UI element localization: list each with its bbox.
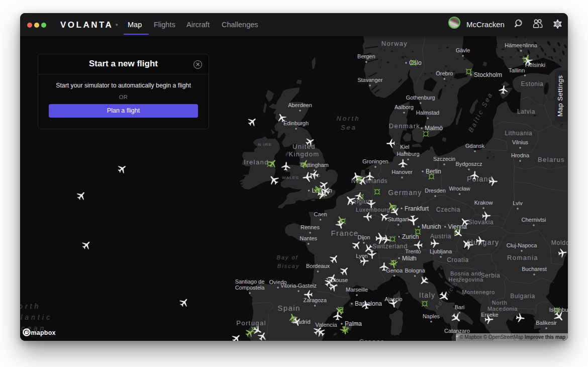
svg-text:Kiel: Kiel bbox=[400, 144, 409, 150]
svg-text:Herzegovina: Herzegovina bbox=[448, 277, 483, 283]
svg-text:Munich: Munich bbox=[422, 223, 441, 230]
svg-text:Malmö: Malmö bbox=[425, 125, 443, 132]
svg-text:Hanover: Hanover bbox=[391, 169, 413, 175]
svg-text:Hrodna: Hrodna bbox=[511, 152, 530, 158]
svg-text:Compostela: Compostela bbox=[235, 285, 265, 291]
svg-text:Erseke: Erseke bbox=[481, 312, 498, 318]
svg-text:Bydgoszcz: Bydgoszcz bbox=[455, 161, 482, 167]
svg-text:Balikesir: Balikesir bbox=[536, 320, 557, 326]
svg-text:Gävle: Gävle bbox=[456, 47, 470, 53]
svg-text:Spain: Spain bbox=[277, 304, 300, 312]
svg-text:Ljubljana: Ljubljana bbox=[430, 248, 452, 254]
svg-text:Romania: Romania bbox=[507, 254, 538, 261]
svg-text:Wrocław: Wrocław bbox=[449, 186, 470, 192]
svg-text:Stockholm: Stockholm bbox=[474, 71, 502, 78]
svg-text:Norway: Norway bbox=[381, 40, 408, 47]
svg-text:Santiago de: Santiago de bbox=[235, 279, 265, 285]
svg-text:Tallinn: Tallinn bbox=[509, 67, 525, 73]
svg-text:Aalborg: Aalborg bbox=[395, 104, 414, 110]
svg-text:Dijon: Dijon bbox=[357, 234, 370, 240]
svg-text:Estonia: Estonia bbox=[521, 80, 544, 87]
svg-text:Sea: Sea bbox=[341, 124, 357, 131]
svg-text:Belarus: Belarus bbox=[538, 156, 565, 163]
svg-text:France: France bbox=[331, 229, 358, 237]
svg-text:Aberdeen: Aberdeen bbox=[288, 102, 312, 108]
svg-text:Moldova: Moldova bbox=[551, 239, 568, 246]
svg-text:Croatia: Croatia bbox=[447, 256, 469, 263]
svg-text:North: North bbox=[20, 302, 41, 310]
svg-text:North: North bbox=[337, 115, 360, 122]
svg-text:Groningen: Groningen bbox=[362, 158, 388, 164]
svg-text:Czechia: Czechia bbox=[436, 206, 460, 213]
svg-text:Zaragoza: Zaragoza bbox=[303, 297, 327, 303]
svg-text:Frankfurt: Frankfurt bbox=[405, 205, 429, 212]
svg-text:Zurich: Zurich bbox=[402, 233, 419, 240]
svg-text:Luxembourg: Luxembourg bbox=[356, 207, 390, 213]
svg-text:Lithuania: Lithuania bbox=[505, 130, 532, 137]
svg-text:Marseille: Marseille bbox=[346, 287, 368, 293]
svg-text:Bologna: Bologna bbox=[405, 267, 425, 273]
svg-text:Rennes: Rennes bbox=[301, 224, 320, 230]
svg-text:Krakow: Krakow bbox=[474, 200, 493, 206]
svg-text:Trento: Trento bbox=[405, 248, 421, 254]
svg-text:Stavanger: Stavanger bbox=[357, 77, 382, 83]
svg-text:Szczecin: Szczecin bbox=[433, 156, 455, 162]
svg-text:Berlin: Berlin bbox=[426, 168, 441, 175]
svg-text:Vitoria-Gasteiz: Vitoria-Gasteiz bbox=[280, 283, 317, 289]
svg-text:Vilnius: Vilnius bbox=[512, 139, 529, 145]
svg-text:Portugal: Portugal bbox=[236, 319, 266, 327]
svg-text:WALES: WALES bbox=[282, 175, 299, 180]
svg-text:Milan: Milan bbox=[402, 255, 417, 262]
svg-text:Hämeenlinna: Hämeenlinna bbox=[505, 42, 538, 48]
svg-text:Valencia: Valencia bbox=[315, 322, 337, 328]
svg-text:United: United bbox=[292, 143, 316, 150]
svg-text:Ireland: Ireland bbox=[244, 158, 269, 166]
svg-text:Germany: Germany bbox=[388, 189, 422, 197]
svg-text:Bosnia and: Bosnia and bbox=[450, 270, 481, 277]
svg-text:mapbox: mapbox bbox=[31, 329, 56, 336]
svg-text:Vienna: Vienna bbox=[448, 223, 467, 230]
svg-text:Denmark: Denmark bbox=[389, 122, 421, 130]
svg-text:Edinburgh: Edinburgh bbox=[283, 120, 309, 126]
svg-text:Lviv: Lviv bbox=[513, 200, 523, 206]
svg-text:Bucharest: Bucharest bbox=[522, 266, 547, 272]
svg-text:Italy: Italy bbox=[419, 291, 436, 299]
svg-text:Bergen: Bergen bbox=[357, 53, 375, 59]
svg-text:Kingdom: Kingdom bbox=[288, 150, 319, 158]
svg-text:Halmstad: Halmstad bbox=[416, 110, 439, 116]
svg-text:Gdansk: Gdansk bbox=[465, 143, 484, 149]
svg-text:Montenegro: Montenegro bbox=[462, 289, 495, 295]
svg-text:Chernivtsi: Chernivtsi bbox=[522, 217, 546, 223]
svg-text:Naples: Naples bbox=[423, 313, 440, 319]
svg-text:Stuttgart: Stuttgart bbox=[388, 216, 409, 222]
svg-text:Bay of: Bay of bbox=[276, 254, 298, 260]
svg-text:Latvia: Latvia bbox=[517, 108, 535, 115]
svg-text:Dresden: Dresden bbox=[425, 188, 446, 194]
svg-text:Greece: Greece bbox=[359, 338, 384, 341]
svg-text:Macedonia: Macedonia bbox=[487, 306, 518, 312]
svg-text:Slovakia: Slovakia bbox=[468, 219, 494, 226]
svg-text:Barcelona: Barcelona bbox=[355, 300, 382, 307]
svg-text:Caen: Caen bbox=[314, 211, 327, 217]
svg-text:Gothenburg: Gothenburg bbox=[406, 95, 435, 101]
svg-text:Hamburg: Hamburg bbox=[397, 151, 419, 157]
svg-text:Örebro: Örebro bbox=[436, 70, 453, 76]
svg-text:Switzerland: Switzerland bbox=[372, 243, 408, 250]
svg-text:Cluj-Napoca: Cluj-Napoca bbox=[507, 242, 537, 248]
svg-text:Lyon: Lyon bbox=[356, 253, 367, 259]
svg-text:Serbia: Serbia bbox=[481, 272, 501, 279]
svg-text:Bari: Bari bbox=[455, 304, 465, 310]
svg-text:Biscay: Biscay bbox=[277, 263, 300, 269]
svg-text:Bulgaria: Bulgaria bbox=[510, 293, 535, 300]
svg-text:Palma: Palma bbox=[345, 320, 362, 327]
svg-text:N IRE: N IRE bbox=[258, 142, 271, 147]
svg-text:Nantes: Nantes bbox=[300, 235, 317, 241]
svg-text:Bordeaux: Bordeaux bbox=[306, 263, 330, 269]
svg-text:Atlantic: Atlantic bbox=[20, 313, 52, 321]
svg-text:North: North bbox=[492, 300, 507, 306]
